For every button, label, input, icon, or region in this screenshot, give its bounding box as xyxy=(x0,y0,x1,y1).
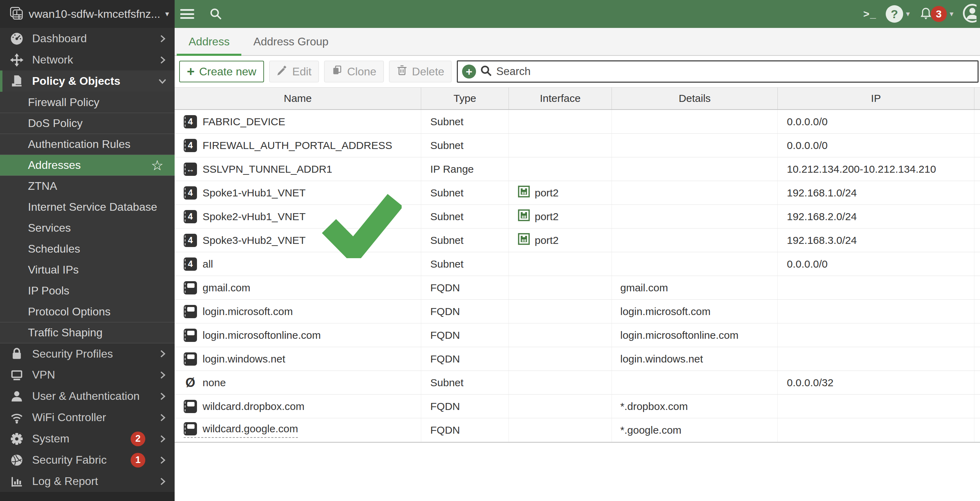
sidebar-item-virtual-ips[interactable]: Virtual IPs xyxy=(0,259,175,280)
table-row[interactable]: login.microsoft.comFQDNlogin.microsoft.c… xyxy=(175,300,980,323)
column-header-interface[interactable]: Interface xyxy=(509,87,612,109)
table-row[interactable]: gmail.comFQDNgmail.com xyxy=(175,276,980,300)
table-row[interactable]: 4Spoke2-vHub1_VNETSubnetport2192.168.2.0… xyxy=(175,205,980,228)
table-row[interactable]: ØnoneSubnet0.0.0.0/32 xyxy=(175,371,980,395)
sidebar-item-internet-service-database[interactable]: Internet Service Database xyxy=(0,197,175,217)
clone-icon xyxy=(331,65,343,79)
cell-ip xyxy=(778,347,974,371)
sidebar-item-services[interactable]: Services xyxy=(0,217,175,238)
cell-ip: 192.168.1.0/24 xyxy=(778,181,974,205)
sidebar-item-vpn[interactable]: VPN xyxy=(0,364,175,385)
cell-type: FQDN xyxy=(421,347,509,371)
table-row[interactable]: 4FIREWALL_AUTH_PORTAL_ADDRESSSubnet0.0.0… xyxy=(175,134,980,157)
sidebar-item-security-profiles[interactable]: Security Profiles xyxy=(0,343,175,364)
table-row[interactable]: 4Spoke3-vHub2_VNETSubnetport2192.168.3.0… xyxy=(175,228,980,252)
address-name: Spoke2-vHub1_VNET xyxy=(202,211,305,223)
sidebar-item-security-fabric[interactable]: Security Fabric1 xyxy=(0,449,175,471)
cli-console-button[interactable]: >_ xyxy=(863,8,877,20)
sidebar-item-addresses[interactable]: Addresses☆ xyxy=(0,155,175,176)
cell-type: Subnet xyxy=(421,252,509,276)
sidebar-item-authentication-rules[interactable]: Authentication Rules xyxy=(0,134,175,155)
sidebar-item-dashboard[interactable]: Dashboard xyxy=(0,28,175,49)
table-row[interactable]: ↔SSLVPN_TUNNEL_ADDR1IP Range10.212.134.2… xyxy=(175,157,980,181)
cell-filler xyxy=(974,276,980,299)
create-new-button[interactable]: + Create new xyxy=(179,61,264,82)
user-icon xyxy=(9,390,24,403)
table-row[interactable]: wildcard.dropbox.comFQDN*.dropbox.com xyxy=(175,395,980,418)
sidebar-item-user-authentication[interactable]: User & Authentication xyxy=(0,385,175,407)
column-header-name[interactable]: Name xyxy=(175,87,421,109)
table-row[interactable]: 4FABRIC_DEVICESubnet0.0.0.0/0 xyxy=(175,110,980,134)
sidebar-item-label: IP Pools xyxy=(28,284,167,297)
cell-ip: 192.168.2.0/24 xyxy=(778,205,974,228)
cell-interface xyxy=(509,347,612,371)
search-placeholder: Search xyxy=(496,65,530,78)
cell-filler xyxy=(974,323,980,347)
sidebar-item-dos-policy[interactable]: DoS Policy xyxy=(0,113,175,134)
table-row[interactable]: login.windows.netFQDNlogin.windows.net xyxy=(175,347,980,371)
tab-address-group[interactable]: Address Group xyxy=(241,28,340,55)
chevron-right-icon xyxy=(159,413,167,422)
address-fqdn-icon xyxy=(184,305,197,318)
alert-count-badge: 2 xyxy=(130,431,145,446)
fortigate-device-icon xyxy=(9,6,24,22)
address-name: login.microsoft.com xyxy=(202,306,293,317)
column-header-details[interactable]: Details xyxy=(612,87,778,109)
cell-type: Subnet xyxy=(421,371,509,394)
notification-count-badge: 3 xyxy=(931,6,947,22)
address-name: wildcard.google.com xyxy=(202,423,298,435)
sidebar-item-wifi-controller[interactable]: WiFi Controller xyxy=(0,407,175,428)
favorite-star-icon[interactable]: ☆ xyxy=(151,157,164,173)
edit-button[interactable]: Edit xyxy=(269,61,319,82)
address-name: SSLVPN_TUNNEL_ADDR1 xyxy=(202,163,332,175)
sidebar-item-traffic-shaping[interactable]: Traffic Shaping xyxy=(0,322,175,343)
cell-ip: 10.212.134.200-10.212.134.210 xyxy=(778,157,974,181)
cell-filler xyxy=(974,395,980,418)
cell-interface xyxy=(509,134,612,157)
sidebar-item-ip-pools[interactable]: IP Pools xyxy=(0,280,175,301)
table-row[interactable]: 4Spoke1-vHub1_VNETSubnetport2192.168.1.0… xyxy=(175,181,980,205)
delete-button[interactable]: Delete xyxy=(389,61,452,82)
cell-ip xyxy=(778,323,974,347)
cell-type: Subnet xyxy=(421,205,509,228)
sidebar-item-log-report[interactable]: Log & Report xyxy=(0,471,175,492)
add-filter-icon[interactable]: + xyxy=(462,65,476,79)
hamburger-menu-icon[interactable] xyxy=(180,8,194,20)
cell-interface xyxy=(509,418,612,442)
sidebar-item-system[interactable]: System2 xyxy=(0,428,175,449)
sidebar-item-schedules[interactable]: Schedules xyxy=(0,238,175,259)
column-header-type[interactable]: Type xyxy=(421,87,509,109)
search-icon[interactable] xyxy=(210,8,222,22)
notifications-menu[interactable]: 3 ▾ xyxy=(919,6,953,22)
cell-interface xyxy=(509,110,612,133)
device-selector[interactable]: vwan10-sdfw-kmcetfsfnz... ▾ xyxy=(0,0,175,28)
top-bar: vwan10-sdfw-kmcetfsfnz... ▾ >_ ? ▾ 3 ▾ xyxy=(0,0,980,28)
user-avatar[interactable] xyxy=(963,3,977,24)
clone-button[interactable]: Clone xyxy=(324,61,384,82)
cell-filler xyxy=(974,205,980,228)
interface-name: port2 xyxy=(535,211,558,223)
cell-details xyxy=(612,228,778,252)
main-content: Address Address Group + Create new Edit … xyxy=(175,28,980,501)
sidebar-item-policy-objects[interactable]: Policy & Objects xyxy=(0,70,175,92)
cell-filler xyxy=(974,371,980,394)
table-row[interactable]: 4allSubnet0.0.0.0/0 xyxy=(175,252,980,276)
address-fqdn-icon xyxy=(184,329,197,342)
help-menu[interactable]: ? ▾ xyxy=(886,5,910,23)
table-row[interactable]: login.microsoftonline.comFQDNlogin.micro… xyxy=(175,323,980,347)
address-ipv4-icon: 4 xyxy=(184,234,197,247)
chevron-right-icon xyxy=(159,392,167,401)
chevron-down-icon xyxy=(158,77,167,86)
column-header-ip[interactable]: IP xyxy=(778,87,974,109)
tab-address[interactable]: Address xyxy=(177,28,241,55)
search-input[interactable]: + Search xyxy=(457,60,978,83)
sidebar-item-network[interactable]: Network xyxy=(0,49,175,70)
sidebar-item-protocol-options[interactable]: Protocol Options xyxy=(0,301,175,322)
sidebar-item-firewall-policy[interactable]: Firewall Policy xyxy=(0,92,175,113)
table-row[interactable]: wildcard.google.comFQDN*.google.com xyxy=(175,418,980,442)
cell-interface xyxy=(509,300,612,323)
sidebar-item-label: Security Profiles xyxy=(32,347,151,360)
cell-name: wildcard.google.com xyxy=(175,418,421,442)
cell-filler xyxy=(974,300,980,323)
sidebar-item-ztna[interactable]: ZTNA xyxy=(0,176,175,197)
